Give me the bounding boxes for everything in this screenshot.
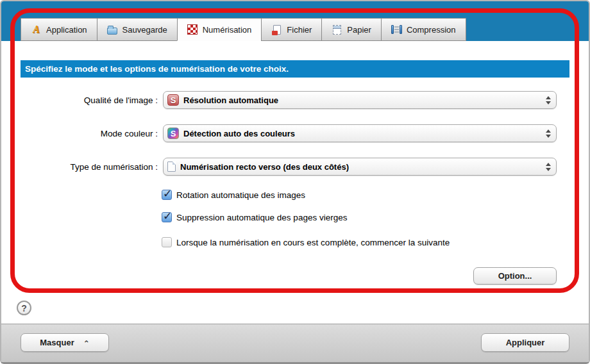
field-row-color-mode: Mode couleur : S Détection auto des coul…: [21, 124, 557, 142]
tab-sauvegarde[interactable]: Sauvegarde: [97, 18, 177, 41]
checkbox-label: Rotation automatique des images: [176, 190, 305, 200]
field-row-scan-type: Type de numérisation : Numérisation rect…: [21, 158, 557, 176]
scansnap-settings-window: A Application Sauvegarde Numérisation Fi…: [0, 0, 590, 364]
color-mode-popup[interactable]: S Détection auto des couleurs: [163, 124, 557, 142]
popup-arrows-icon: [546, 129, 551, 138]
checkbox-unchecked-icon[interactable]: [162, 237, 172, 247]
tab-compression[interactable]: Compression: [381, 18, 466, 41]
chevron-up-icon: ⌃: [83, 339, 90, 348]
tab-label: Application: [46, 25, 87, 35]
option-button[interactable]: Option...: [473, 267, 557, 285]
checkbox-checked-icon[interactable]: [162, 190, 172, 200]
hide-button-label: Masquer: [40, 338, 74, 347]
scan-checker-icon: [187, 24, 198, 35]
popup-value: Résolution automatique: [183, 95, 541, 105]
tab-label: Fichier: [287, 25, 312, 35]
checkbox-row-rotation[interactable]: Rotation automatique des images: [162, 189, 305, 201]
popup-arrows-icon: [546, 163, 551, 171]
field-label: Type de numérisation :: [21, 162, 163, 172]
hide-button[interactable]: Masquer ⌃: [21, 333, 109, 352]
settings-tab-bar: A Application Sauvegarde Numérisation Fi…: [21, 18, 466, 41]
tab-fichier[interactable]: Fichier: [261, 18, 321, 41]
image-quality-popup[interactable]: S Résolution automatique: [163, 91, 557, 109]
compression-icon: [391, 24, 402, 35]
checkbox-label: Suppression automatique des pages vierge…: [176, 213, 347, 222]
popup-value: Détection auto des couleurs: [183, 129, 541, 138]
apply-button[interactable]: Appliquer: [481, 333, 569, 352]
scan-type-popup[interactable]: Numérisation recto verso (des deux côtés…: [163, 158, 557, 176]
scansnap-rainbow-s-icon: S: [167, 128, 179, 139]
field-row-image-quality: Qualité de l'image : S Résolution automa…: [21, 91, 557, 109]
tab-numerisation[interactable]: Numérisation: [177, 18, 262, 41]
checkbox-label: Lorsque la numérisation en cours est com…: [176, 238, 450, 247]
section-banner: Spécifiez le mode et les options de numé…: [21, 60, 569, 78]
help-button[interactable]: ?: [17, 301, 31, 315]
tab-label: Sauvegarde: [122, 25, 167, 35]
popup-arrows-icon: [546, 96, 551, 104]
page-icon: [167, 161, 176, 172]
footer-bar: Masquer ⌃ Appliquer: [1, 324, 589, 362]
file-icon: [271, 24, 282, 35]
tab-label: Papier: [347, 25, 371, 35]
tab-label: Compression: [407, 25, 456, 35]
tab-application[interactable]: A Application: [21, 18, 97, 41]
tab-panel-numerisation: Spécifiez le mode et les options de numé…: [1, 41, 589, 324]
paper-icon: [332, 24, 342, 35]
field-label: Mode couleur :: [21, 129, 163, 138]
popup-value: Numérisation recto verso (des deux côtés…: [180, 162, 541, 172]
scansnap-red-s-icon: S: [167, 94, 179, 106]
tab-label: Numérisation: [203, 25, 252, 35]
checkbox-row-blank-page-removal[interactable]: Suppression automatique des pages vierge…: [162, 211, 347, 223]
field-label: Qualité de l'image :: [21, 95, 163, 105]
checkbox-row-continue-scanning[interactable]: Lorsque la numérisation en cours est com…: [162, 236, 450, 248]
application-icon: A: [31, 24, 42, 35]
checkbox-checked-icon[interactable]: [162, 212, 172, 222]
tab-papier[interactable]: Papier: [321, 18, 381, 41]
folder-icon: [107, 24, 118, 35]
